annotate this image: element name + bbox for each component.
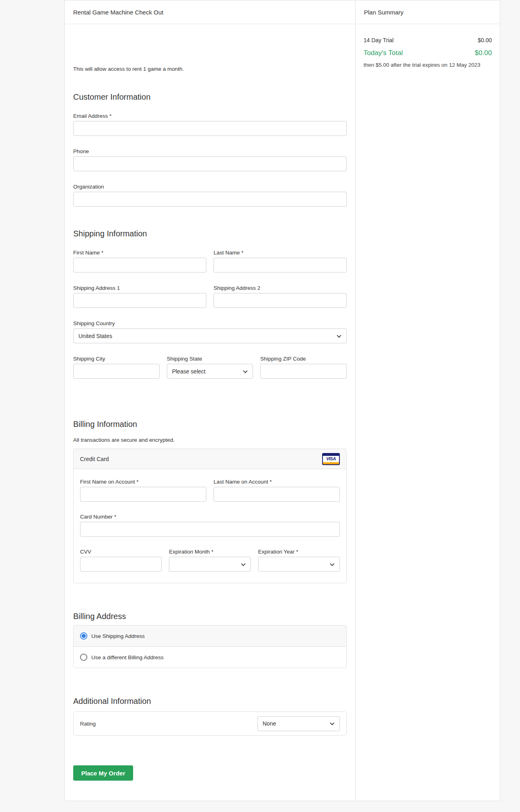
cvv-input[interactable] (80, 557, 162, 572)
shipping-address2-field-group: Shipping Address 2 (214, 285, 347, 308)
use-shipping-address-label: Use Shipping Address (91, 633, 145, 639)
account-first-name-input[interactable] (80, 487, 206, 502)
checkout-panel: Rental Game Machine Check Out This will … (65, 0, 355, 801)
phone-input[interactable] (73, 156, 347, 171)
checkout-title: Rental Game Machine Check Out (73, 9, 163, 16)
customer-information-heading: Customer Information (73, 92, 347, 102)
shipping-zip-input[interactable] (260, 364, 347, 379)
radio-unselected-icon[interactable] (80, 654, 87, 661)
rating-label: Rating (80, 721, 96, 727)
shipping-city-field-group: Shipping City (73, 356, 160, 379)
shipping-country-select[interactable]: United States (73, 328, 347, 343)
shipping-country-label: Shipping Country (73, 320, 347, 326)
shipping-state-field-group: Shipping State Please select (167, 356, 253, 379)
plan-summary-content: 14 Day Trial $0.00 Today's Total $0.00 t… (356, 24, 500, 77)
use-different-address-label: Use a different Billing Address (91, 654, 164, 660)
rating-value: None (263, 720, 276, 727)
account-last-name-field-group: Last Name on Account * (214, 479, 340, 502)
organization-label: Organization (73, 184, 347, 190)
first-name-label: First Name * (73, 250, 206, 256)
chevron-down-icon (330, 561, 334, 566)
card-number-label: Card Number * (80, 514, 340, 520)
account-first-name-field-group: First Name on Account * (80, 479, 206, 502)
cvv-label: CVV (80, 549, 162, 555)
checkout-card: Rental Game Machine Check Out This will … (64, 0, 500, 801)
shipping-country-value: United States (78, 333, 112, 339)
phone-field-group: Phone (73, 148, 347, 171)
radio-selected-icon[interactable] (80, 632, 87, 640)
shipping-address2-label: Shipping Address 2 (214, 285, 347, 291)
checkout-form: This will allow access to rent 1 game a … (65, 24, 355, 797)
expiration-month-field-group: Expiration Month * (169, 549, 251, 572)
billing-address-heading: Billing Address (73, 611, 347, 621)
cvv-field-group: CVV (80, 549, 162, 572)
shipping-state-label: Shipping State (167, 356, 253, 362)
first-name-field-group: First Name * (73, 250, 206, 273)
shipping-state-value: Please select (172, 368, 206, 375)
plan-summary-panel: Plan Summary 14 Day Trial $0.00 Today's … (355, 0, 500, 801)
plan-summary-title: Plan Summary (364, 9, 403, 16)
expiration-year-label: Expiration Year * (258, 549, 340, 555)
todays-total-label: Today's Total (364, 49, 403, 57)
first-name-input[interactable] (73, 258, 206, 273)
organization-input[interactable] (73, 192, 347, 207)
account-first-name-label: First Name on Account * (80, 479, 206, 485)
expiration-year-field-group: Expiration Year * (258, 549, 340, 572)
shipping-zip-field-group: Shipping ZIP Code (260, 356, 347, 379)
place-order-button[interactable]: Place My Order (73, 765, 133, 781)
radio-dot (82, 634, 86, 638)
visa-wordmark: VISA (323, 456, 339, 462)
todays-total-line-item: Today's Total $0.00 (364, 49, 492, 57)
shipping-city-input[interactable] (73, 364, 160, 379)
shipping-zip-label: Shipping ZIP Code (260, 356, 347, 362)
chevron-down-icon (337, 333, 341, 337)
card-number-input[interactable] (80, 522, 340, 537)
credit-card-title: Credit Card (80, 456, 109, 462)
billing-address-options: Use Shipping Address Use a different Bil… (73, 625, 347, 668)
expiration-year-select[interactable] (258, 557, 340, 572)
email-input[interactable] (73, 121, 347, 136)
shipping-city-label: Shipping City (73, 356, 160, 362)
todays-total-amount: $0.00 (475, 49, 492, 57)
email-label: Email Address * (73, 113, 347, 119)
rating-row: Rating None (73, 712, 347, 736)
expiration-month-label: Expiration Month * (169, 549, 251, 555)
visa-icon: VISA (322, 453, 340, 465)
rating-select[interactable]: None (257, 716, 340, 731)
plan-summary-header: Plan Summary (356, 0, 500, 24)
use-different-address-option[interactable]: Use a different Billing Address (74, 647, 346, 668)
checkout-panel-header: Rental Game Machine Check Out (65, 0, 355, 24)
shipping-information-heading: Shipping Information (73, 229, 347, 238)
renewal-note: then $5.00 after the trial expires on 12… (364, 61, 492, 69)
shipping-address2-input[interactable] (214, 293, 347, 308)
credit-card-header: Credit Card VISA (74, 449, 346, 469)
credit-card-body: First Name on Account * Last Name on Acc… (74, 469, 346, 583)
shipping-state-select[interactable]: Please select (167, 364, 253, 379)
secure-note: All transactions are secure and encrypte… (73, 437, 347, 443)
trial-label: 14 Day Trial (364, 37, 394, 43)
shipping-country-field-group: Shipping Country United States (73, 320, 347, 343)
organization-field-group: Organization (73, 184, 347, 207)
last-name-input[interactable] (214, 258, 347, 273)
chevron-down-icon (243, 368, 248, 373)
chevron-down-icon (330, 721, 334, 725)
visa-bottom-bar (323, 462, 339, 464)
trial-amount: $0.00 (478, 37, 492, 43)
shipping-address1-input[interactable] (73, 293, 206, 308)
email-field-group: Email Address * (73, 113, 347, 136)
phone-label: Phone (73, 148, 347, 154)
last-name-label: Last Name * (214, 250, 347, 256)
card-number-field-group: Card Number * (80, 514, 340, 537)
last-name-field-group: Last Name * (214, 250, 347, 273)
account-last-name-input[interactable] (214, 487, 340, 502)
shipping-address1-field-group: Shipping Address 1 (73, 285, 206, 308)
plan-description: This will allow access to rent 1 game a … (73, 66, 347, 72)
use-shipping-address-option[interactable]: Use Shipping Address (74, 625, 346, 647)
account-last-name-label: Last Name on Account * (214, 479, 340, 485)
expiration-month-select[interactable] (169, 557, 251, 572)
chevron-down-icon (241, 561, 245, 566)
additional-information-heading: Additional Information (73, 696, 347, 706)
trial-line-item: 14 Day Trial $0.00 (364, 37, 492, 43)
credit-card-box: Credit Card VISA First Name on Account * (73, 449, 347, 583)
shipping-address1-label: Shipping Address 1 (73, 285, 206, 291)
